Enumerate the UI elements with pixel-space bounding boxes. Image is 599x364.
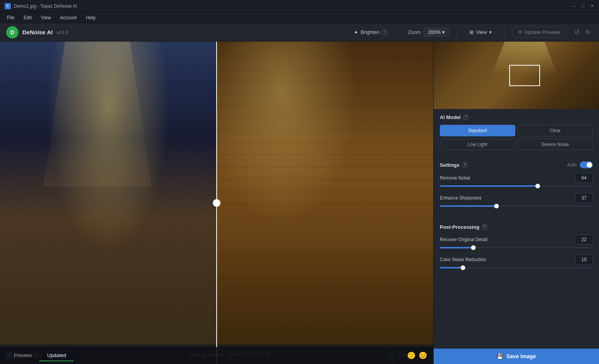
settings-help-icon[interactable]: ? — [462, 162, 468, 168]
settings-auto-row: Auto — [567, 161, 593, 168]
app-title: DeNoise AI — [22, 29, 53, 35]
right-gradient-overlay — [217, 42, 433, 364]
svg-rect-0 — [0, 42, 217, 364]
color-noise-fill — [440, 267, 463, 268]
enhance-sharpness-label-row: Enhance Sharpness 37 — [440, 193, 593, 203]
remove-noise-track[interactable] — [440, 185, 593, 187]
recover-detail-value[interactable]: 22 — [575, 235, 593, 245]
remove-noise-slider-row: Remove Noise 64 — [440, 173, 593, 187]
enhance-sharpness-label: Enhance Sharpness — [440, 195, 481, 201]
save-label: Save Image — [506, 353, 536, 359]
minimize-button[interactable]: ─ — [571, 4, 576, 8]
color-noise-track[interactable] — [440, 267, 593, 268]
app-version: v3.1.0 — [57, 30, 68, 35]
titlebar-controls: ─ □ ✕ — [571, 4, 594, 8]
model-btn-low-light[interactable]: Low Light — [440, 139, 515, 150]
brighten-button[interactable]: ✦ Brighten ? — [349, 27, 392, 38]
original-image — [0, 42, 217, 364]
brighten-icon: ✦ — [354, 29, 358, 35]
recover-detail-fill — [440, 247, 473, 248]
menu-view[interactable]: View — [37, 14, 55, 22]
brighten-help-icon[interactable]: ? — [382, 29, 387, 35]
canvas-area: Original Preview Updated 🙁 😊 — [0, 42, 433, 364]
undo-redo-group: ↺ ↻ — [572, 27, 593, 37]
save-image-button[interactable]: 💾 Save Image — [434, 349, 599, 364]
emoji-happy-icon[interactable]: 😊 — [419, 351, 427, 360]
color-noise-thumb[interactable] — [461, 265, 465, 270]
thumbnail — [434, 42, 599, 109]
menu-file[interactable]: File — [3, 14, 18, 22]
color-noise-label-row: Color Noise Reduction 15 — [440, 255, 593, 265]
split-handle[interactable] — [213, 199, 220, 207]
color-noise-slider-row: Color Noise Reduction 15 — [440, 255, 593, 268]
titlebar: T Demo1.jpg - Topaz DeNoise AI ─ □ ✕ — [0, 0, 599, 12]
post-processing-help-icon[interactable]: ? — [482, 224, 488, 230]
remove-noise-fill — [440, 185, 538, 187]
canvas-bottom-bar: Preview Updated 🙁 😊 — [0, 347, 433, 364]
toolbar-divider-3 — [504, 28, 505, 37]
noise-svg — [0, 42, 217, 364]
model-btn-severe-noise[interactable]: Severe Noise — [518, 139, 593, 150]
view-chevron-icon: ▾ — [489, 29, 492, 35]
preview-tabs: Preview Updated — [6, 350, 74, 361]
enhance-sharpness-slider-row: Enhance Sharpness 37 — [440, 193, 593, 207]
preview-icon: ⟳ — [518, 29, 522, 35]
save-section: 💾 Save Image — [434, 349, 599, 364]
maximize-button[interactable]: □ — [580, 4, 585, 8]
model-grid: Standard Clear Low Light Severe Noise — [440, 125, 593, 150]
recover-detail-thumb[interactable] — [471, 245, 476, 250]
ai-model-help-icon[interactable]: ? — [463, 114, 469, 120]
view-split-icon: ⊞ — [469, 29, 474, 35]
settings-header: Settings ? Auto — [440, 161, 593, 168]
tab-preview[interactable]: Preview — [6, 350, 39, 361]
enhance-sharpness-thumb[interactable] — [494, 204, 499, 208]
post-processing-section: Post-Processing ? Recover Original Detai… — [434, 219, 599, 280]
right-panel: AI Model ? Standard Clear Low Light Seve… — [433, 42, 599, 364]
app-icon: T — [5, 3, 11, 9]
menu-account[interactable]: Account — [56, 14, 81, 22]
model-btn-standard[interactable]: Standard — [440, 125, 515, 136]
auto-label: Auto — [567, 162, 577, 168]
view-button[interactable]: ⊞ View ▾ — [465, 27, 496, 37]
settings-title: Settings ? — [440, 162, 468, 168]
zoom-control: Zoom 200% ▾ — [408, 28, 449, 37]
zoom-value-select[interactable]: 200% ▾ — [424, 28, 449, 37]
recover-detail-track[interactable] — [440, 247, 593, 248]
recover-detail-label-row: Recover Original Detail 22 — [440, 235, 593, 245]
auto-toggle[interactable] — [580, 161, 593, 168]
enhance-sharpness-value[interactable]: 37 — [575, 193, 593, 203]
menu-edit[interactable]: Edit — [20, 14, 35, 22]
emoji-sad-icon[interactable]: 🙁 — [407, 351, 416, 360]
canvas-emoji-group: 🙁 😊 — [407, 351, 427, 360]
undo-button[interactable]: ↺ — [572, 27, 582, 37]
remove-noise-value[interactable]: 64 — [575, 173, 593, 183]
toolbar: D DeNoise AI v3.1.0 ✦ Brighten ? Zoom 20… — [0, 23, 599, 42]
redo-button[interactable]: ↻ — [583, 27, 593, 37]
settings-section: Settings ? Auto Remove Noise 64 — [434, 156, 599, 219]
brighten-label: Brighten — [361, 29, 379, 35]
color-noise-value[interactable]: 15 — [575, 255, 593, 265]
menu-help[interactable]: Help — [82, 14, 99, 22]
toolbar-divider-1 — [400, 28, 400, 37]
enhance-sharpness-fill — [440, 205, 496, 207]
image-container: Original Preview Updated 🙁 😊 — [0, 42, 433, 364]
ai-model-header: AI Model ? — [440, 114, 593, 120]
enhance-sharpness-track[interactable] — [440, 205, 593, 207]
remove-noise-label-row: Remove Noise 64 — [440, 173, 593, 183]
zoom-label: Zoom — [408, 29, 421, 35]
close-button[interactable]: ✕ — [590, 4, 594, 8]
titlebar-left: T Demo1.jpg - Topaz DeNoise AI — [5, 3, 77, 9]
color-noise-label: Color Noise Reduction — [440, 257, 486, 262]
remove-noise-thumb[interactable] — [535, 184, 540, 188]
thumbnail-selector — [509, 65, 540, 86]
model-btn-clear[interactable]: Clear — [518, 125, 593, 136]
ai-model-title: AI Model ? — [440, 114, 469, 120]
update-preview-button[interactable]: ⟳ Update Preview — [512, 27, 566, 38]
update-preview-label: Update Preview — [525, 29, 560, 35]
toggle-knob — [587, 162, 592, 168]
remove-noise-label: Remove Noise — [440, 175, 470, 181]
recover-detail-label: Recover Original Detail — [440, 237, 487, 242]
tab-updated[interactable]: Updated — [39, 350, 74, 361]
toolbar-divider-2 — [457, 28, 457, 37]
ai-model-section: AI Model ? Standard Clear Low Light Seve… — [434, 109, 599, 156]
